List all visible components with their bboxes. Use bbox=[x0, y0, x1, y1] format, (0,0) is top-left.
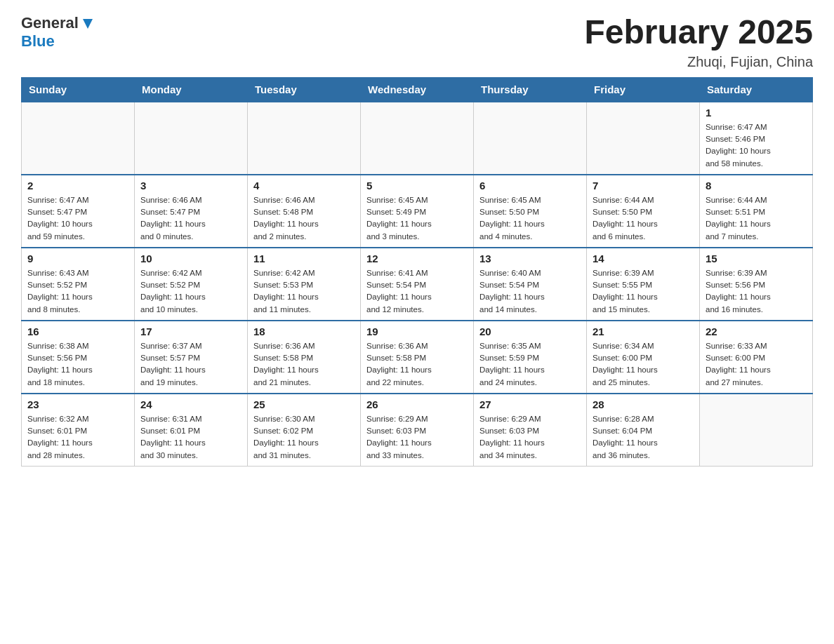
day-number: 19 bbox=[366, 326, 468, 337]
day-info: Sunrise: 6:46 AMSunset: 5:48 PMDaylight:… bbox=[253, 194, 355, 243]
day-number: 6 bbox=[479, 180, 581, 192]
month-title: February 2025 bbox=[584, 14, 813, 51]
col-friday: Friday bbox=[587, 77, 700, 102]
day-info: Sunrise: 6:45 AMSunset: 5:50 PMDaylight:… bbox=[479, 194, 581, 243]
day-info: Sunrise: 6:36 AMSunset: 5:58 PMDaylight:… bbox=[366, 340, 468, 389]
calendar-cell-4-5: 20Sunrise: 6:35 AMSunset: 5:59 PMDayligh… bbox=[474, 321, 587, 394]
col-monday: Monday bbox=[135, 77, 248, 102]
day-info: Sunrise: 6:43 AMSunset: 5:52 PMDaylight:… bbox=[27, 267, 128, 316]
logo-triangle-icon bbox=[80, 16, 95, 32]
calendar-cell-1-5 bbox=[474, 102, 587, 175]
day-info: Sunrise: 6:47 AMSunset: 5:46 PMDaylight:… bbox=[706, 121, 807, 170]
calendar-cell-1-4 bbox=[361, 102, 474, 175]
day-info: Sunrise: 6:42 AMSunset: 5:53 PMDaylight:… bbox=[253, 267, 355, 316]
day-info: Sunrise: 6:36 AMSunset: 5:58 PMDaylight:… bbox=[253, 340, 355, 389]
day-info: Sunrise: 6:28 AMSunset: 6:04 PMDaylight:… bbox=[593, 413, 694, 462]
day-number: 22 bbox=[706, 326, 807, 337]
logo: General Blue bbox=[21, 14, 95, 51]
day-info: Sunrise: 6:46 AMSunset: 5:47 PMDaylight:… bbox=[140, 194, 241, 243]
day-number: 7 bbox=[593, 180, 694, 192]
calendar-cell-4-7: 22Sunrise: 6:33 AMSunset: 6:00 PMDayligh… bbox=[700, 321, 813, 394]
day-number: 15 bbox=[706, 253, 807, 264]
day-number: 21 bbox=[593, 326, 694, 337]
calendar-cell-3-2: 10Sunrise: 6:42 AMSunset: 5:52 PMDayligh… bbox=[135, 248, 248, 321]
calendar-cell-1-1 bbox=[22, 102, 135, 175]
day-info: Sunrise: 6:37 AMSunset: 5:57 PMDaylight:… bbox=[140, 340, 241, 389]
day-info: Sunrise: 6:44 AMSunset: 5:51 PMDaylight:… bbox=[706, 194, 807, 243]
col-thursday: Thursday bbox=[474, 77, 587, 102]
calendar-cell-3-4: 12Sunrise: 6:41 AMSunset: 5:54 PMDayligh… bbox=[361, 248, 474, 321]
logo-blue-text: Blue bbox=[21, 32, 55, 51]
col-saturday: Saturday bbox=[700, 77, 813, 102]
day-number: 18 bbox=[253, 326, 355, 337]
day-number: 27 bbox=[479, 398, 581, 410]
day-info: Sunrise: 6:41 AMSunset: 5:54 PMDaylight:… bbox=[366, 267, 468, 316]
day-info: Sunrise: 6:39 AMSunset: 5:55 PMDaylight:… bbox=[593, 267, 694, 316]
day-number: 23 bbox=[27, 398, 128, 410]
day-number: 2 bbox=[27, 180, 128, 192]
calendar-cell-3-1: 9Sunrise: 6:43 AMSunset: 5:52 PMDaylight… bbox=[22, 248, 135, 321]
day-number: 11 bbox=[253, 253, 355, 264]
calendar-cell-5-5: 27Sunrise: 6:29 AMSunset: 6:03 PMDayligh… bbox=[474, 394, 587, 467]
calendar-table: Sunday Monday Tuesday Wednesday Thursday… bbox=[21, 77, 813, 467]
col-tuesday: Tuesday bbox=[248, 77, 361, 102]
calendar-cell-2-2: 3Sunrise: 6:46 AMSunset: 5:47 PMDaylight… bbox=[135, 175, 248, 248]
calendar-cell-3-6: 14Sunrise: 6:39 AMSunset: 5:55 PMDayligh… bbox=[587, 248, 700, 321]
calendar-cell-5-3: 25Sunrise: 6:30 AMSunset: 6:02 PMDayligh… bbox=[248, 394, 361, 467]
location-title: Zhuqi, Fujian, China bbox=[584, 54, 813, 70]
calendar-cell-1-7: 1Sunrise: 6:47 AMSunset: 5:46 PMDaylight… bbox=[700, 102, 813, 175]
calendar-cell-4-4: 19Sunrise: 6:36 AMSunset: 5:58 PMDayligh… bbox=[361, 321, 474, 394]
day-number: 26 bbox=[366, 398, 468, 410]
calendar-cell-5-2: 24Sunrise: 6:31 AMSunset: 6:01 PMDayligh… bbox=[135, 394, 248, 467]
col-sunday: Sunday bbox=[22, 77, 135, 102]
calendar-header-row: Sunday Monday Tuesday Wednesday Thursday… bbox=[22, 77, 813, 102]
day-info: Sunrise: 6:47 AMSunset: 5:47 PMDaylight:… bbox=[27, 194, 128, 243]
calendar-week-row-5: 23Sunrise: 6:32 AMSunset: 6:01 PMDayligh… bbox=[22, 394, 813, 467]
day-info: Sunrise: 6:33 AMSunset: 6:00 PMDaylight:… bbox=[706, 340, 807, 389]
col-wednesday: Wednesday bbox=[361, 77, 474, 102]
day-info: Sunrise: 6:40 AMSunset: 5:54 PMDaylight:… bbox=[479, 267, 581, 316]
calendar-week-row-2: 2Sunrise: 6:47 AMSunset: 5:47 PMDaylight… bbox=[22, 175, 813, 248]
calendar-cell-4-2: 17Sunrise: 6:37 AMSunset: 5:57 PMDayligh… bbox=[135, 321, 248, 394]
day-info: Sunrise: 6:45 AMSunset: 5:49 PMDaylight:… bbox=[366, 194, 468, 243]
day-info: Sunrise: 6:35 AMSunset: 5:59 PMDaylight:… bbox=[479, 340, 581, 389]
title-block: February 2025 Zhuqi, Fujian, China bbox=[584, 14, 813, 70]
calendar-cell-5-1: 23Sunrise: 6:32 AMSunset: 6:01 PMDayligh… bbox=[22, 394, 135, 467]
day-number: 3 bbox=[140, 180, 241, 192]
calendar-cell-3-7: 15Sunrise: 6:39 AMSunset: 5:56 PMDayligh… bbox=[700, 248, 813, 321]
day-info: Sunrise: 6:42 AMSunset: 5:52 PMDaylight:… bbox=[140, 267, 241, 316]
calendar-cell-3-5: 13Sunrise: 6:40 AMSunset: 5:54 PMDayligh… bbox=[474, 248, 587, 321]
calendar-cell-4-3: 18Sunrise: 6:36 AMSunset: 5:58 PMDayligh… bbox=[248, 321, 361, 394]
calendar-cell-2-3: 4Sunrise: 6:46 AMSunset: 5:48 PMDaylight… bbox=[248, 175, 361, 248]
calendar-cell-2-4: 5Sunrise: 6:45 AMSunset: 5:49 PMDaylight… bbox=[361, 175, 474, 248]
day-number: 12 bbox=[366, 253, 468, 264]
day-number: 25 bbox=[253, 398, 355, 410]
day-number: 16 bbox=[27, 326, 128, 337]
day-number: 17 bbox=[140, 326, 241, 337]
day-info: Sunrise: 6:32 AMSunset: 6:01 PMDaylight:… bbox=[27, 413, 128, 462]
day-info: Sunrise: 6:29 AMSunset: 6:03 PMDaylight:… bbox=[366, 413, 468, 462]
day-info: Sunrise: 6:30 AMSunset: 6:02 PMDaylight:… bbox=[253, 413, 355, 462]
calendar-cell-1-2 bbox=[135, 102, 248, 175]
day-info: Sunrise: 6:29 AMSunset: 6:03 PMDaylight:… bbox=[479, 413, 581, 462]
day-number: 24 bbox=[140, 398, 241, 410]
calendar-cell-4-1: 16Sunrise: 6:38 AMSunset: 5:56 PMDayligh… bbox=[22, 321, 135, 394]
page-header: General Blue February 2025 Zhuqi, Fujian… bbox=[21, 14, 813, 70]
calendar-cell-2-5: 6Sunrise: 6:45 AMSunset: 5:50 PMDaylight… bbox=[474, 175, 587, 248]
day-number: 28 bbox=[593, 398, 694, 410]
day-number: 10 bbox=[140, 253, 241, 264]
calendar-cell-2-1: 2Sunrise: 6:47 AMSunset: 5:47 PMDaylight… bbox=[22, 175, 135, 248]
day-number: 4 bbox=[253, 180, 355, 192]
calendar-cell-4-6: 21Sunrise: 6:34 AMSunset: 6:00 PMDayligh… bbox=[587, 321, 700, 394]
calendar-week-row-3: 9Sunrise: 6:43 AMSunset: 5:52 PMDaylight… bbox=[22, 248, 813, 321]
calendar-cell-2-6: 7Sunrise: 6:44 AMSunset: 5:50 PMDaylight… bbox=[587, 175, 700, 248]
calendar-cell-5-6: 28Sunrise: 6:28 AMSunset: 6:04 PMDayligh… bbox=[587, 394, 700, 467]
day-info: Sunrise: 6:44 AMSunset: 5:50 PMDaylight:… bbox=[593, 194, 694, 243]
day-number: 13 bbox=[479, 253, 581, 264]
day-number: 5 bbox=[366, 180, 468, 192]
day-info: Sunrise: 6:34 AMSunset: 6:00 PMDaylight:… bbox=[593, 340, 694, 389]
calendar-cell-1-6 bbox=[587, 102, 700, 175]
day-number: 1 bbox=[706, 107, 807, 119]
svg-marker-0 bbox=[83, 19, 93, 29]
logo-general-text: General bbox=[21, 14, 79, 32]
